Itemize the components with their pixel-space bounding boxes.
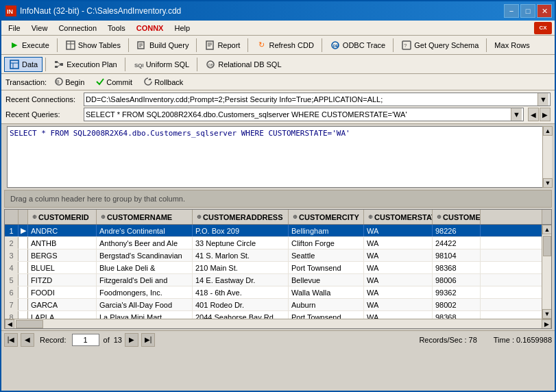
table-row[interactable]: 3 BERGS Bergstad's Scandinavian 41 S. Ma… — [5, 249, 542, 262]
data-tab-button[interactable]: Data — [4, 57, 43, 72]
record-first-button[interactable]: |◀ — [4, 333, 18, 347]
col-header-customername[interactable]: ⊕ CUSTOMERNAME — [97, 210, 193, 224]
query-nav-buttons: ◀ ▶ — [528, 108, 551, 121]
data-grid: ⊕ CUSTOMERID ⊕ CUSTOMERNAME ⊕ CUSTOMERAD… — [4, 209, 552, 329]
record-next-button[interactable]: ▶ — [125, 333, 138, 347]
separator — [128, 38, 129, 52]
uniform-sql-icon: SQL — [133, 59, 144, 70]
sort-icon: ⊕ — [293, 214, 298, 220]
maximize-button[interactable]: □ — [520, 4, 535, 18]
col-header-customerz[interactable]: ⊕ CUSTOMERZ — [433, 210, 481, 224]
cell-customerz: 98368 — [433, 262, 481, 273]
svg-rect-9 — [206, 41, 213, 49]
sql-editor-vscroll[interactable]: ▲ ▼ — [542, 126, 552, 188]
relational-db-sql-button[interactable]: DB Relational DB SQL — [200, 57, 286, 72]
cell-customercity: Auburn — [289, 299, 364, 310]
build-query-icon — [136, 40, 147, 51]
show-tables-button[interactable]: Show Tables — [60, 38, 125, 53]
col-header-customerid[interactable]: ⊕ CUSTOMERID — [28, 210, 97, 224]
svg-rect-21 — [55, 66, 58, 68]
menu-connection[interactable]: Connection — [53, 23, 102, 34]
get-query-schema-button[interactable]: ? Get Query Schema — [396, 38, 483, 53]
recent-connections-dropdown[interactable]: DD=C:\SalesAndInventory.cdd;Prompt=2;Per… — [84, 93, 551, 106]
row-number: 6 — [5, 286, 19, 298]
table-row[interactable]: 1 ▶ ANDRC Andre's Continental P.O. Box 2… — [5, 225, 542, 237]
execute-button[interactable]: ▶ Execute — [4, 38, 54, 53]
table-row[interactable]: 2 ANTHB Anthony's Beer and Ale 33 Neptun… — [5, 237, 542, 249]
execution-plan-button[interactable]: Execution Plan — [49, 57, 121, 72]
recent-queries-row: Recent Queries: SELECT * FROM SQL2008R2X… — [5, 107, 551, 122]
scroll-track — [543, 136, 552, 178]
hscroll-right[interactable]: ▶ — [542, 319, 551, 329]
table-row[interactable]: 7 GARCA Garcia's All-Day Food 401 Rodeo … — [5, 299, 542, 311]
cell-customerid: ANTHB — [28, 237, 97, 249]
group-header-text: Drag a column header here to group by th… — [10, 195, 185, 203]
cell-customerstate: WA — [364, 311, 433, 319]
sql-editor[interactable]: SELECT * FROM SQL2008R2X64.dbo.Customers… — [7, 126, 549, 188]
scroll-down-btn[interactable]: ▼ — [543, 178, 553, 188]
group-header: Drag a column header here to group by th… — [4, 190, 552, 208]
cell-customercity: Bellevue — [289, 274, 364, 286]
menu-help[interactable]: Help — [169, 23, 195, 34]
record-prev-button[interactable]: ◀ — [21, 333, 34, 347]
rollback-button[interactable]: Rollback — [140, 75, 186, 89]
cell-customercity: Walla Walla — [289, 286, 364, 298]
separator — [322, 38, 322, 52]
grid-scroll-thumb[interactable] — [543, 236, 551, 256]
commit-button[interactable]: Commit — [92, 75, 136, 89]
connections-dropdown-arrow[interactable]: ▼ — [537, 93, 548, 106]
col-header-customerstate[interactable]: ⊕ CUSTOMERSTATE — [364, 210, 433, 224]
odbc-trace-button[interactable]: DB ODBC Trace — [325, 38, 390, 53]
grid-scroll-up[interactable]: ▲ — [542, 225, 551, 234]
menu-connx[interactable]: CONNX — [131, 23, 169, 34]
table-row[interactable]: 8 LAPLA La Playa Mini Mart 2044 Seahorse… — [5, 311, 542, 319]
grid-hscroll[interactable]: ◀ ▶ — [5, 319, 551, 328]
cell-customerid: FITZD — [28, 274, 97, 286]
hscroll-thumb[interactable] — [16, 320, 43, 328]
cell-customeraddress: 401 Rodeo Dr. — [193, 299, 289, 310]
scroll-up-btn[interactable]: ▲ — [543, 126, 553, 136]
svg-text:B: B — [56, 79, 60, 84]
cell-customerstate: WA — [364, 237, 433, 249]
table-row[interactable]: 5 FITZD Fitzgerald's Deli and 14 E. East… — [5, 274, 542, 286]
queries-dropdown-arrow[interactable]: ▼ — [511, 108, 522, 121]
table-row[interactable]: 4 BLUEL Blue Lake Deli & 210 Main St. Po… — [5, 262, 542, 274]
cell-customername: Fitzgerald's Deli and — [97, 274, 193, 286]
cell-customeraddress: 14 E. Eastway Dr. — [193, 274, 289, 286]
query-prev-button[interactable]: ◀ — [528, 108, 539, 121]
record-current-input[interactable]: 1 — [72, 334, 99, 346]
begin-button[interactable]: B Begin — [51, 75, 88, 89]
minimize-button[interactable]: − — [504, 4, 519, 18]
record-label: Record: — [40, 336, 67, 344]
cell-customerstate: WA — [364, 286, 433, 298]
separator — [393, 38, 394, 52]
of-label: of — [104, 336, 110, 344]
row-number: 3 — [5, 249, 19, 261]
row-indicator — [19, 311, 28, 319]
recent-queries-dropdown[interactable]: SELECT * FROM SQL2008R2X64.dbo.Customers… — [84, 108, 524, 121]
menu-tools[interactable]: Tools — [102, 23, 131, 34]
menu-view[interactable]: View — [26, 23, 53, 34]
row-num-header — [5, 210, 19, 224]
commit-icon — [95, 77, 105, 88]
table-row[interactable]: 6 FOODI Foodmongers, Inc. 418 - 6th Ave.… — [5, 286, 542, 299]
menu-bar: File View Connection Tools CONNX Help CX — [1, 21, 555, 36]
cell-customercity: Port Townsend — [289, 262, 364, 273]
max-rows-button[interactable]: Max Rows — [489, 38, 534, 53]
build-query-button[interactable]: Build Query — [132, 38, 193, 53]
col-header-customercity[interactable]: ⊕ CUSTOMERCITY — [289, 210, 364, 224]
sort-icon: ⊕ — [368, 214, 373, 220]
report-button[interactable]: Report — [200, 38, 245, 53]
svg-text:DB: DB — [208, 63, 214, 67]
query-next-button[interactable]: ▶ — [540, 108, 551, 121]
refresh-cdd-button[interactable]: ↻ Refresh CDD — [251, 38, 318, 53]
separator — [197, 58, 197, 71]
hscroll-left[interactable]: ◀ — [5, 319, 14, 329]
grid-vscroll[interactable]: ▲ ▼ — [542, 225, 551, 319]
grid-scroll-down[interactable]: ▼ — [542, 309, 551, 319]
menu-file[interactable]: File — [3, 23, 26, 34]
record-last-button[interactable]: ▶| — [141, 333, 155, 347]
uniform-sql-button[interactable]: SQL Uniform SQL — [128, 57, 195, 72]
close-button[interactable]: ✕ — [537, 4, 552, 18]
col-header-customeraddress[interactable]: ⊕ CUSTOMERADDRESS — [193, 210, 289, 224]
